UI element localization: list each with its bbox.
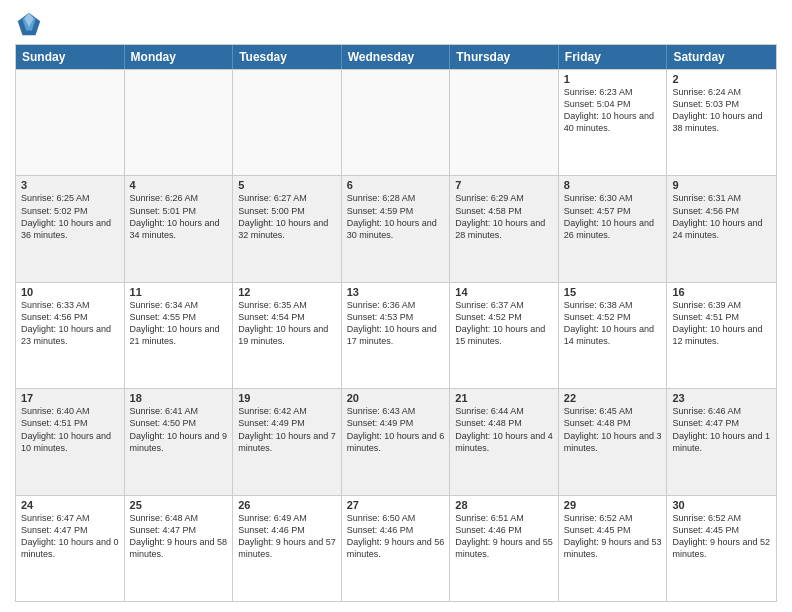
calendar-day-header: Monday — [125, 45, 234, 69]
day-number: 5 — [238, 179, 336, 191]
calendar-cell: 5Sunrise: 6:27 AM Sunset: 5:00 PM Daylig… — [233, 176, 342, 281]
calendar-cell: 16Sunrise: 6:39 AM Sunset: 4:51 PM Dayli… — [667, 283, 776, 388]
calendar-cell — [450, 70, 559, 175]
calendar-cell: 21Sunrise: 6:44 AM Sunset: 4:48 PM Dayli… — [450, 389, 559, 494]
day-number: 14 — [455, 286, 553, 298]
day-number: 27 — [347, 499, 445, 511]
day-number: 22 — [564, 392, 662, 404]
calendar-row: 3Sunrise: 6:25 AM Sunset: 5:02 PM Daylig… — [16, 175, 776, 281]
day-info: Sunrise: 6:45 AM Sunset: 4:48 PM Dayligh… — [564, 405, 662, 454]
day-info: Sunrise: 6:51 AM Sunset: 4:46 PM Dayligh… — [455, 512, 553, 561]
day-number: 23 — [672, 392, 771, 404]
day-info: Sunrise: 6:40 AM Sunset: 4:51 PM Dayligh… — [21, 405, 119, 454]
calendar-cell: 14Sunrise: 6:37 AM Sunset: 4:52 PM Dayli… — [450, 283, 559, 388]
calendar-day-header: Tuesday — [233, 45, 342, 69]
day-number: 11 — [130, 286, 228, 298]
calendar-cell: 11Sunrise: 6:34 AM Sunset: 4:55 PM Dayli… — [125, 283, 234, 388]
day-number: 29 — [564, 499, 662, 511]
day-info: Sunrise: 6:23 AM Sunset: 5:04 PM Dayligh… — [564, 86, 662, 135]
day-number: 28 — [455, 499, 553, 511]
calendar-cell: 8Sunrise: 6:30 AM Sunset: 4:57 PM Daylig… — [559, 176, 668, 281]
day-info: Sunrise: 6:50 AM Sunset: 4:46 PM Dayligh… — [347, 512, 445, 561]
day-number: 12 — [238, 286, 336, 298]
calendar-cell: 26Sunrise: 6:49 AM Sunset: 4:46 PM Dayli… — [233, 496, 342, 601]
calendar-cell: 9Sunrise: 6:31 AM Sunset: 4:56 PM Daylig… — [667, 176, 776, 281]
calendar-cell: 18Sunrise: 6:41 AM Sunset: 4:50 PM Dayli… — [125, 389, 234, 494]
calendar-cell: 17Sunrise: 6:40 AM Sunset: 4:51 PM Dayli… — [16, 389, 125, 494]
day-number: 4 — [130, 179, 228, 191]
day-number: 20 — [347, 392, 445, 404]
calendar-day-header: Saturday — [667, 45, 776, 69]
calendar-cell: 23Sunrise: 6:46 AM Sunset: 4:47 PM Dayli… — [667, 389, 776, 494]
day-info: Sunrise: 6:52 AM Sunset: 4:45 PM Dayligh… — [672, 512, 771, 561]
day-number: 25 — [130, 499, 228, 511]
calendar-cell: 10Sunrise: 6:33 AM Sunset: 4:56 PM Dayli… — [16, 283, 125, 388]
calendar-cell: 4Sunrise: 6:26 AM Sunset: 5:01 PM Daylig… — [125, 176, 234, 281]
calendar-cell: 2Sunrise: 6:24 AM Sunset: 5:03 PM Daylig… — [667, 70, 776, 175]
calendar-cell: 29Sunrise: 6:52 AM Sunset: 4:45 PM Dayli… — [559, 496, 668, 601]
calendar-cell: 24Sunrise: 6:47 AM Sunset: 4:47 PM Dayli… — [16, 496, 125, 601]
day-number: 30 — [672, 499, 771, 511]
header — [15, 10, 777, 38]
logo — [15, 10, 47, 38]
day-info: Sunrise: 6:25 AM Sunset: 5:02 PM Dayligh… — [21, 192, 119, 241]
day-number: 9 — [672, 179, 771, 191]
day-info: Sunrise: 6:31 AM Sunset: 4:56 PM Dayligh… — [672, 192, 771, 241]
day-info: Sunrise: 6:36 AM Sunset: 4:53 PM Dayligh… — [347, 299, 445, 348]
day-number: 6 — [347, 179, 445, 191]
calendar-cell: 12Sunrise: 6:35 AM Sunset: 4:54 PM Dayli… — [233, 283, 342, 388]
calendar-row: 24Sunrise: 6:47 AM Sunset: 4:47 PM Dayli… — [16, 495, 776, 601]
day-info: Sunrise: 6:35 AM Sunset: 4:54 PM Dayligh… — [238, 299, 336, 348]
calendar-cell — [16, 70, 125, 175]
calendar-day-header: Wednesday — [342, 45, 451, 69]
day-info: Sunrise: 6:33 AM Sunset: 4:56 PM Dayligh… — [21, 299, 119, 348]
day-number: 10 — [21, 286, 119, 298]
day-info: Sunrise: 6:41 AM Sunset: 4:50 PM Dayligh… — [130, 405, 228, 454]
page: SundayMondayTuesdayWednesdayThursdayFrid… — [0, 0, 792, 612]
day-info: Sunrise: 6:26 AM Sunset: 5:01 PM Dayligh… — [130, 192, 228, 241]
logo-icon — [15, 10, 43, 38]
day-info: Sunrise: 6:38 AM Sunset: 4:52 PM Dayligh… — [564, 299, 662, 348]
day-info: Sunrise: 6:30 AM Sunset: 4:57 PM Dayligh… — [564, 192, 662, 241]
day-number: 21 — [455, 392, 553, 404]
calendar-cell: 7Sunrise: 6:29 AM Sunset: 4:58 PM Daylig… — [450, 176, 559, 281]
calendar-cell: 30Sunrise: 6:52 AM Sunset: 4:45 PM Dayli… — [667, 496, 776, 601]
calendar-row: 17Sunrise: 6:40 AM Sunset: 4:51 PM Dayli… — [16, 388, 776, 494]
day-number: 1 — [564, 73, 662, 85]
day-number: 3 — [21, 179, 119, 191]
calendar-cell: 22Sunrise: 6:45 AM Sunset: 4:48 PM Dayli… — [559, 389, 668, 494]
calendar-cell — [125, 70, 234, 175]
day-number: 18 — [130, 392, 228, 404]
day-info: Sunrise: 6:44 AM Sunset: 4:48 PM Dayligh… — [455, 405, 553, 454]
day-number: 13 — [347, 286, 445, 298]
day-number: 16 — [672, 286, 771, 298]
calendar-body: 1Sunrise: 6:23 AM Sunset: 5:04 PM Daylig… — [16, 69, 776, 601]
day-number: 24 — [21, 499, 119, 511]
calendar-cell: 15Sunrise: 6:38 AM Sunset: 4:52 PM Dayli… — [559, 283, 668, 388]
calendar-cell — [233, 70, 342, 175]
day-number: 15 — [564, 286, 662, 298]
calendar-day-header: Friday — [559, 45, 668, 69]
calendar-cell: 20Sunrise: 6:43 AM Sunset: 4:49 PM Dayli… — [342, 389, 451, 494]
calendar-cell: 13Sunrise: 6:36 AM Sunset: 4:53 PM Dayli… — [342, 283, 451, 388]
day-number: 7 — [455, 179, 553, 191]
calendar-header: SundayMondayTuesdayWednesdayThursdayFrid… — [16, 45, 776, 69]
day-number: 17 — [21, 392, 119, 404]
day-info: Sunrise: 6:29 AM Sunset: 4:58 PM Dayligh… — [455, 192, 553, 241]
day-info: Sunrise: 6:28 AM Sunset: 4:59 PM Dayligh… — [347, 192, 445, 241]
calendar-row: 1Sunrise: 6:23 AM Sunset: 5:04 PM Daylig… — [16, 69, 776, 175]
calendar-day-header: Thursday — [450, 45, 559, 69]
day-info: Sunrise: 6:47 AM Sunset: 4:47 PM Dayligh… — [21, 512, 119, 561]
day-number: 19 — [238, 392, 336, 404]
day-info: Sunrise: 6:43 AM Sunset: 4:49 PM Dayligh… — [347, 405, 445, 454]
calendar: SundayMondayTuesdayWednesdayThursdayFrid… — [15, 44, 777, 602]
day-info: Sunrise: 6:27 AM Sunset: 5:00 PM Dayligh… — [238, 192, 336, 241]
calendar-cell: 3Sunrise: 6:25 AM Sunset: 5:02 PM Daylig… — [16, 176, 125, 281]
day-info: Sunrise: 6:49 AM Sunset: 4:46 PM Dayligh… — [238, 512, 336, 561]
day-info: Sunrise: 6:48 AM Sunset: 4:47 PM Dayligh… — [130, 512, 228, 561]
day-info: Sunrise: 6:24 AM Sunset: 5:03 PM Dayligh… — [672, 86, 771, 135]
day-info: Sunrise: 6:34 AM Sunset: 4:55 PM Dayligh… — [130, 299, 228, 348]
day-number: 8 — [564, 179, 662, 191]
calendar-cell: 19Sunrise: 6:42 AM Sunset: 4:49 PM Dayli… — [233, 389, 342, 494]
day-info: Sunrise: 6:52 AM Sunset: 4:45 PM Dayligh… — [564, 512, 662, 561]
